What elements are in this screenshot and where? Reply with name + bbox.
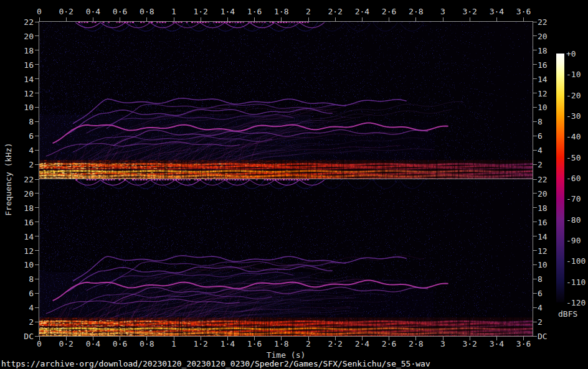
y-tick-label: 4 xyxy=(12,146,34,154)
y-tick-label: 2 xyxy=(12,318,34,326)
x-tick-label: 1·8 xyxy=(274,340,288,348)
y-tick-label: 22 xyxy=(12,175,34,184)
y-tick xyxy=(533,64,537,65)
x-tick-label: 0·6 xyxy=(113,340,127,348)
y-tick xyxy=(35,250,39,251)
x-tick xyxy=(523,17,524,22)
x-tick-label: 2·4 xyxy=(355,7,369,16)
y-tick-label: 4 xyxy=(538,304,543,312)
y-tick-label: 6 xyxy=(538,289,543,297)
y-tick xyxy=(35,293,39,294)
colorbar-tick-label: -60 xyxy=(566,174,581,182)
y-tick xyxy=(35,22,39,22)
y-tick-label: 6 xyxy=(538,132,543,140)
y-tick xyxy=(533,164,537,165)
x-tick xyxy=(308,17,309,22)
y-tick-label: 18 xyxy=(538,46,548,54)
x-tick-label: 3·4 xyxy=(490,340,504,348)
x-tick-label: 0 xyxy=(37,340,42,348)
y-tick xyxy=(35,336,39,337)
colorbar-tick-label: -110 xyxy=(566,278,586,286)
y-tick-label: DC xyxy=(538,332,548,340)
y-tick xyxy=(35,64,39,65)
y-tick-label: 20 xyxy=(538,32,548,40)
y-tick-label: 20 xyxy=(12,189,34,197)
colorbar-tick-label: -10 xyxy=(566,70,581,78)
y-tick-label: 2 xyxy=(12,161,34,169)
x-tick-label: 1·4 xyxy=(220,7,235,16)
y-tick xyxy=(35,222,39,222)
y-tick xyxy=(533,264,537,265)
x-tick xyxy=(335,17,336,22)
y-tick xyxy=(533,307,537,308)
y-tick-label: 22 xyxy=(12,18,34,26)
y-tick-label: 14 xyxy=(12,232,34,240)
y-tick xyxy=(533,35,537,36)
y-tick-label: 14 xyxy=(538,232,548,240)
y-tick xyxy=(35,107,39,108)
y-tick-label: 10 xyxy=(12,103,34,111)
y-tick xyxy=(533,22,537,22)
frame-separator-line xyxy=(39,179,533,179)
y-tick xyxy=(35,322,39,322)
colorbar-tick-label: -100 xyxy=(566,257,586,265)
spectrogram-panel-channel-1 xyxy=(39,22,533,179)
y-tick xyxy=(35,279,39,279)
x-tick xyxy=(389,17,389,22)
spectrogram-figure: Frequency (kHz) Time (s) dBFS https://ar… xyxy=(0,0,588,369)
x-tick-label: 2 xyxy=(306,340,311,348)
x-tick-label: 2·8 xyxy=(409,340,423,348)
y-tick xyxy=(35,78,39,79)
x-tick-label: 2·2 xyxy=(328,7,342,16)
spectrogram-panel-channel-2 xyxy=(39,179,533,336)
x-tick-label: 1·2 xyxy=(193,7,207,16)
x-tick xyxy=(470,17,470,22)
colorbar-tick-label: -50 xyxy=(566,153,581,161)
y-tick-label: 20 xyxy=(12,32,34,40)
y-tick-label: 12 xyxy=(12,89,34,97)
y-tick xyxy=(533,236,537,236)
x-tick-label: 1 xyxy=(171,340,176,348)
y-tick xyxy=(533,121,537,122)
x-tick-label: 1·6 xyxy=(247,7,262,16)
y-tick xyxy=(533,150,537,151)
y-tick xyxy=(35,264,39,265)
colorbar-tick-label: -40 xyxy=(566,133,581,141)
x-tick xyxy=(281,17,282,22)
colorbar-tick-label: -70 xyxy=(566,195,581,203)
y-tick-label: 2 xyxy=(538,161,543,169)
dbfs-colorbar xyxy=(556,54,564,302)
x-tick-label: 3·2 xyxy=(462,340,477,348)
x-tick-label: 3·6 xyxy=(516,340,531,348)
colorbar-tick-label: -20 xyxy=(566,91,581,99)
y-tick xyxy=(533,293,537,294)
x-tick-label: 0·2 xyxy=(59,7,73,16)
x-tick-label: 0·8 xyxy=(140,340,154,348)
x-tick-label: 3·4 xyxy=(490,7,504,16)
x-tick xyxy=(362,17,363,22)
y-tick xyxy=(533,179,537,180)
x-tick-label: 2·6 xyxy=(382,7,396,16)
x-tick-label: 1·8 xyxy=(274,7,288,16)
y-tick xyxy=(35,193,39,194)
y-tick xyxy=(35,136,39,136)
y-tick-label: 16 xyxy=(538,60,548,68)
y-tick xyxy=(35,121,39,122)
x-tick xyxy=(227,17,228,22)
y-tick-label: 12 xyxy=(12,246,34,255)
y-tick-label: 20 xyxy=(538,189,548,197)
x-tick xyxy=(174,17,174,22)
y-tick xyxy=(533,93,537,93)
colorbar-tick-label: -80 xyxy=(566,215,581,223)
x-tick xyxy=(443,17,443,22)
x-tick-label: 3·2 xyxy=(462,7,477,16)
x-tick xyxy=(201,17,201,22)
y-tick xyxy=(35,50,39,50)
x-tick-label: 2·2 xyxy=(328,340,342,348)
time-axis-title: Time (s) xyxy=(39,350,533,360)
x-tick-label: 1·6 xyxy=(247,340,262,348)
y-tick xyxy=(533,279,537,279)
y-tick xyxy=(35,236,39,236)
y-tick-label: 18 xyxy=(12,46,34,54)
y-tick xyxy=(35,179,39,180)
